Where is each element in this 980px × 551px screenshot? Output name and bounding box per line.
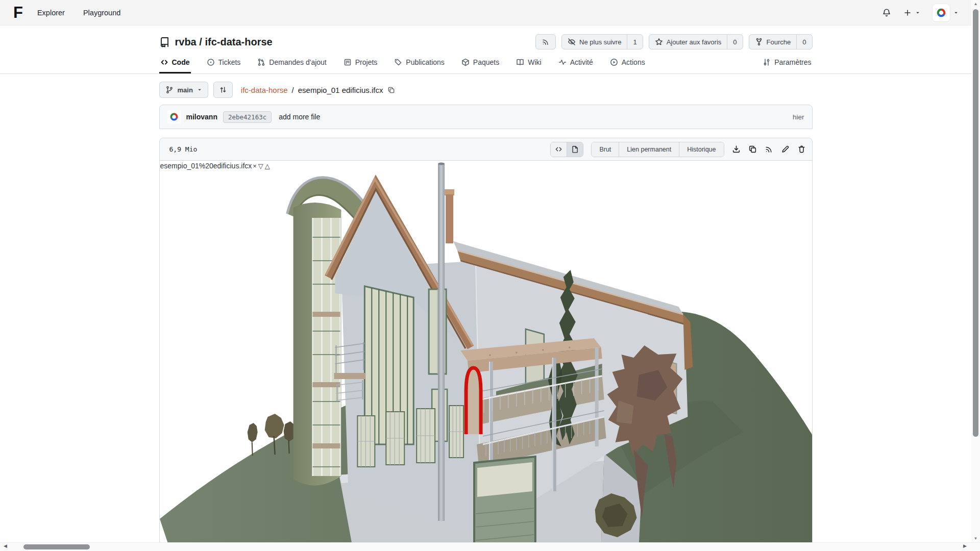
commit-author-avatar[interactable]: [167, 110, 181, 123]
rss-feed-button[interactable]: [535, 34, 556, 49]
history-button[interactable]: Historique: [679, 142, 723, 157]
tab-wiki-label: Wiki: [528, 58, 541, 66]
tab-wiki[interactable]: Wiki: [515, 55, 542, 73]
red-arch-door: [466, 368, 481, 434]
viewer-filename: esempio_01%20edificius.ifcx: [160, 162, 252, 170]
commit-message[interactable]: add more file: [279, 113, 320, 121]
chevron-down-icon: [915, 10, 920, 15]
navbar-right: [882, 4, 970, 21]
rendered-view-toggle[interactable]: [567, 142, 583, 157]
tab-actions[interactable]: Actions: [609, 55, 646, 73]
compare-button[interactable]: [213, 82, 233, 98]
breadcrumb-filename: esempio_01 edificius.ifcx: [298, 86, 383, 94]
horizontal-scrollbar[interactable]: ◀ ▶: [0, 542, 980, 551]
horizontal-scrollbar-thumb[interactable]: [23, 544, 90, 549]
package-icon: [461, 58, 470, 66]
tab-code[interactable]: Code: [159, 55, 191, 73]
vertical-scrollbar[interactable]: ▲ ▼: [971, 0, 980, 542]
vertical-scrollbar-thumb[interactable]: [973, 9, 978, 437]
trash-icon: [797, 145, 806, 154]
repo-title: rvba / ifc-data-horse: [159, 36, 273, 48]
eye-off-icon: [568, 38, 576, 46]
feed-button[interactable]: [765, 145, 773, 154]
permalink-button[interactable]: Lien permanent: [619, 142, 679, 157]
commit-author-name[interactable]: milovann: [186, 113, 217, 121]
scroll-down-arrow[interactable]: ▼: [971, 536, 980, 541]
file-actions: Brut Lien permanent Historique: [550, 142, 805, 157]
tab-projects[interactable]: Projets: [342, 55, 379, 73]
compare-arrows-icon: [219, 86, 227, 94]
viewer-close-control[interactable]: ×: [252, 162, 257, 170]
file-icon: [571, 145, 579, 153]
tab-packages[interactable]: Paquets: [460, 55, 500, 73]
tab-issues[interactable]: Tickets: [206, 55, 242, 73]
unwatch-label: Ne plus suivre: [579, 38, 621, 46]
repo-title-text[interactable]: rvba / ifc-data-horse: [175, 36, 273, 48]
edit-button[interactable]: [781, 145, 790, 154]
viewer-overlay: esempio_01%20edificius.ifcx × ▽ △: [160, 162, 271, 170]
issue-icon: [207, 58, 215, 66]
viewer-collapse-control[interactable]: ▽: [258, 162, 264, 170]
pull-request-icon: [257, 58, 265, 66]
download-button[interactable]: [732, 145, 741, 154]
latest-commit-bar: milovann 2ebe42163c add more file hier: [159, 105, 813, 129]
book-icon: [516, 58, 524, 66]
scroll-right-arrow[interactable]: ▶: [963, 543, 967, 548]
raw-button[interactable]: Brut: [592, 142, 619, 157]
watch-count[interactable]: 1: [627, 35, 642, 49]
copy-content-button[interactable]: [748, 145, 757, 154]
delete-button[interactable]: [797, 145, 806, 154]
ifc-3d-viewport[interactable]: esempio_01%20edificius.ifcx × ▽ △: [160, 161, 812, 546]
fork-count[interactable]: 0: [796, 35, 812, 49]
rss-icon: [542, 38, 550, 46]
view-mode-toggle: [550, 142, 583, 157]
breadcrumb: ifc-data-horse / esempio_01 edificius.if…: [241, 86, 395, 94]
tab-activity[interactable]: Activité: [557, 55, 594, 73]
branch-name: main: [178, 86, 193, 94]
branch-icon: [165, 86, 174, 94]
branch-selector[interactable]: main: [159, 82, 208, 98]
nav-link-explore[interactable]: Explorer: [37, 9, 65, 17]
file-view-box: 6,9 Mio Brut Lien permanent Historique: [159, 138, 813, 548]
tab-issues-label: Tickets: [218, 58, 241, 66]
garage-door: [474, 457, 535, 546]
file-link-buttons: Brut Lien permanent Historique: [591, 142, 724, 157]
breadcrumb-repo-link[interactable]: ifc-data-horse: [241, 86, 288, 94]
tab-packages-label: Paquets: [473, 58, 499, 66]
fork-button[interactable]: Fourche 0: [749, 34, 813, 49]
user-avatar: [933, 4, 950, 21]
star-count[interactable]: 0: [727, 35, 742, 49]
tab-activity-label: Activité: [570, 58, 593, 66]
scroll-left-arrow[interactable]: ◀: [4, 543, 7, 548]
star-button[interactable]: Ajouter aux favoris 0: [649, 34, 743, 49]
star-icon: [655, 38, 663, 46]
repo-header: rvba / ifc-data-horse Ne plus suivre 1: [159, 26, 813, 55]
commit-time: hier: [793, 113, 804, 121]
breadcrumb-separator: /: [292, 86, 294, 94]
scroll-up-arrow[interactable]: ▲: [971, 2, 980, 6]
viewer-expand-control[interactable]: △: [264, 162, 271, 170]
settings-icon: [763, 58, 771, 66]
pulse-icon: [558, 58, 567, 66]
nav-link-playground[interactable]: Playground: [83, 9, 120, 17]
play-circle-icon: [610, 58, 618, 66]
user-menu[interactable]: [933, 4, 959, 21]
chevron-down-icon: [197, 87, 202, 92]
copy-path-icon[interactable]: [387, 86, 395, 94]
source-view-toggle[interactable]: [551, 142, 567, 157]
commit-hash-link[interactable]: 2ebe42163c: [223, 111, 272, 123]
repo-actions: Ne plus suivre 1 Ajouter aux favoris 0 F…: [535, 34, 812, 49]
3d-model-render: [160, 161, 812, 546]
create-new-button[interactable]: [903, 9, 920, 17]
notifications-bell-icon[interactable]: [882, 8, 891, 17]
plus-icon: [903, 9, 912, 17]
forgejo-logo[interactable]: F: [13, 5, 22, 20]
unwatch-button[interactable]: Ne plus suivre 1: [561, 34, 643, 49]
fork-label: Fourche: [767, 38, 791, 46]
pencil-icon: [781, 145, 790, 154]
tab-releases[interactable]: Publications: [393, 55, 446, 73]
tab-settings[interactable]: Paramètres: [762, 55, 812, 73]
rss-icon: [765, 145, 773, 154]
top-navbar: F Explorer Playground: [0, 0, 980, 26]
tab-pull-requests[interactable]: Demandes d'ajout: [256, 55, 327, 73]
